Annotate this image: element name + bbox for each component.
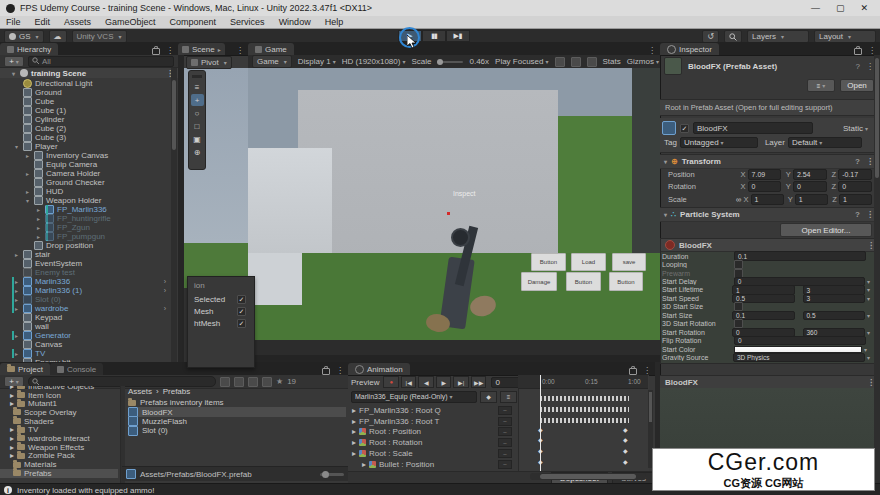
rotate-tool-icon[interactable]: ○ [191, 107, 204, 119]
foldout-icon[interactable]: ▸ [24, 170, 31, 177]
option-checkbox[interactable]: ✓ [237, 307, 246, 316]
keyframe-diamond[interactable]: ◆ [623, 426, 628, 433]
menu-services[interactable]: Services [230, 17, 265, 27]
start-color-gradient[interactable] [734, 346, 862, 353]
first-frame-button[interactable]: |◀ [401, 376, 417, 388]
project-asset[interactable]: Prefabs inventory items [128, 398, 346, 407]
active-checkbox[interactable]: ✓ [680, 124, 689, 133]
hierarchy-item[interactable]: Keypad [0, 313, 172, 322]
project-folder[interactable]: Materials [0, 460, 118, 469]
scale-tool-icon[interactable]: □ [191, 120, 204, 132]
game-view-dropdown[interactable]: Game [252, 55, 292, 68]
overlay-option[interactable]: Selected✓ [194, 293, 254, 305]
breadcrumb-item[interactable]: Prefabs [163, 387, 191, 396]
gizmos-dropdown[interactable]: Gizmos [627, 57, 659, 66]
search-by-type-icon[interactable] [220, 377, 230, 387]
axis-value-field[interactable]: 1 [839, 194, 872, 205]
overlay-option[interactable]: htMesh✓ [194, 317, 254, 329]
search-by-label-icon[interactable] [234, 377, 244, 387]
pivot-dropdown[interactable]: Pivot [186, 56, 232, 69]
current-frame-field[interactable]: 0 [491, 377, 521, 388]
record-button[interactable]: ● [383, 376, 399, 388]
hierarchy-item[interactable]: ▾Weapon Holder [0, 196, 172, 205]
last-frame-button[interactable]: ▶▶ [471, 376, 487, 388]
hierarchy-item[interactable]: ▸Slot (0) [0, 295, 172, 304]
foldout-icon[interactable]: ▸ [13, 251, 20, 258]
dopesheet-scrollbar-thumb[interactable] [649, 392, 652, 422]
animation-menu-icon[interactable]: ⋮ [643, 366, 651, 375]
hierarchy-item[interactable]: Cylinder [0, 115, 172, 124]
display-dropdown[interactable]: Display 1 [298, 57, 336, 66]
component-menu-icon[interactable]: ⋮ [866, 62, 874, 71]
hierarchy-item[interactable]: ▸HUD [0, 187, 172, 196]
particle-menu-icon[interactable]: ⋮ [866, 210, 874, 219]
scene-header-row[interactable]: ▾ training Scene ⋮ [0, 68, 178, 78]
menu-gameobject[interactable]: GameObject [105, 17, 156, 27]
hierarchy-search-input[interactable]: All [28, 56, 174, 67]
foldout-icon[interactable]: ▸ [13, 287, 20, 294]
keyframe-diamond[interactable]: ◆ [623, 436, 628, 443]
axis-value-field[interactable]: 1 [751, 194, 784, 205]
help-icon[interactable]: ? [855, 157, 860, 166]
foldout-icon[interactable]: ▸ [24, 188, 31, 195]
menu-edit[interactable]: Edit [35, 17, 51, 27]
hierarchy-item[interactable]: wall [0, 322, 172, 331]
hierarchy-item[interactable]: Directional Light [0, 79, 172, 88]
foldout-icon[interactable]: ▾ [664, 158, 667, 165]
hierarchy-item[interactable]: ▸wardrobe› [0, 304, 172, 313]
property-checkbox[interactable] [734, 319, 743, 328]
keyframe-diamond[interactable]: ◆ [623, 458, 628, 465]
timeline-ruler[interactable]: 0:000:151:00 [518, 375, 648, 389]
console-tab[interactable]: Console [50, 363, 103, 375]
project-menu-icon[interactable]: ⋮ [336, 366, 344, 375]
help-icon[interactable]: ? [856, 62, 860, 71]
scene-menu-icon[interactable]: ⋮ [236, 46, 244, 55]
foldout-icon[interactable]: ▸ [35, 215, 42, 222]
animated-property-row[interactable]: ▸FP_Marlin336 : Root Q– [348, 405, 518, 416]
prefab-open-chevron[interactable]: › [164, 305, 166, 312]
curve-dropdown-icon[interactable]: ▾ [867, 286, 870, 293]
transform-menu-icon[interactable]: ⋮ [866, 157, 874, 166]
timeline-hscrollbar-thumb[interactable] [540, 474, 636, 479]
project-asset[interactable]: BloodFX [128, 407, 346, 416]
game-tab[interactable]: Game [248, 43, 294, 55]
rect-tool-icon[interactable]: ▣ [191, 133, 204, 145]
foldout-icon[interactable]: ▸ [10, 434, 14, 443]
foldout-icon[interactable]: ▸ [13, 350, 20, 357]
animated-property-row[interactable]: ▸Root : Scale– [348, 448, 518, 459]
anim-play-button[interactable]: ▶ [436, 376, 452, 388]
foldout-icon[interactable]: ▸ [10, 391, 14, 400]
hierarchy-create-button[interactable]: + [4, 56, 24, 67]
option-checkbox[interactable]: ✓ [237, 295, 246, 304]
prefab-open-chevron[interactable]: › [164, 278, 166, 285]
curve-dropdown-icon[interactable]: ▾ [867, 312, 870, 319]
menu-file[interactable]: File [6, 17, 21, 27]
axis-value-field[interactable]: 0 [793, 181, 827, 192]
step-button[interactable]: ▶▮ [446, 30, 470, 42]
game-ui-button[interactable]: Damage [521, 272, 557, 291]
foldout-icon[interactable]: ▸ [10, 451, 14, 460]
foldout-icon[interactable]: ▸ [13, 296, 20, 303]
lock-icon[interactable] [152, 48, 160, 55]
foldout-icon[interactable]: ▸ [35, 206, 42, 213]
axis-value-field[interactable]: 0 [748, 181, 782, 192]
menu-help[interactable]: Help [325, 17, 344, 27]
preview-toggle[interactable]: Preview [351, 378, 379, 387]
hierarchy-item[interactable]: ▸FP_pumpgun [0, 232, 172, 241]
hierarchy-item[interactable]: Ground Checker [0, 178, 172, 187]
mute-audio-icon[interactable] [571, 57, 581, 67]
option-checkbox[interactable]: ✓ [237, 319, 246, 328]
search-by-bundle-icon[interactable] [248, 377, 258, 387]
scale-slider[interactable] [437, 61, 463, 63]
favorites-star-icon[interactable]: ★ [276, 377, 283, 386]
layer-dropdown[interactable]: Default [788, 137, 862, 148]
overlay-option[interactable]: Mesh✓ [194, 305, 254, 317]
play-focused-dropdown[interactable]: Play Focused [495, 57, 548, 66]
curve-dropdown-icon[interactable]: ▾ [867, 278, 870, 285]
game-menu-icon[interactable]: ⋮ [648, 46, 656, 55]
menu-component[interactable]: Component [170, 17, 217, 27]
keyframe-diamond[interactable]: ◆ [623, 447, 628, 454]
axis-value-field[interactable]: 7.09 [748, 169, 782, 180]
hierarchy-item[interactable]: Cube (2) [0, 124, 172, 133]
search-saved-icon[interactable] [262, 377, 272, 387]
